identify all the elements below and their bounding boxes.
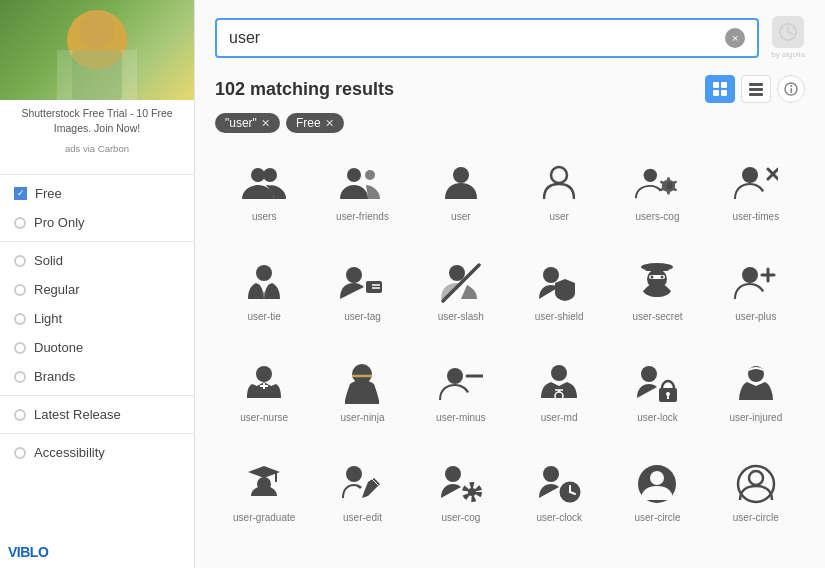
svg-point-21 (644, 169, 657, 182)
regular-radio[interactable] (14, 284, 26, 296)
filter-tag-user[interactable]: "user" ✕ (215, 113, 280, 133)
list-view-button[interactable] (741, 75, 771, 103)
sidebar-item-latest-release[interactable]: Latest Release (0, 400, 194, 429)
icon-user-tie[interactable]: user-tie (215, 247, 313, 347)
user-graduate-label: user-graduate (233, 512, 295, 524)
user-friends-label: user-friends (336, 211, 389, 223)
icon-user-graduate[interactable]: user-graduate (215, 448, 313, 548)
filter-tag-user-remove[interactable]: ✕ (261, 117, 270, 130)
svg-point-14 (790, 85, 792, 87)
user-md-icon (537, 362, 581, 406)
duotone-radio[interactable] (14, 342, 26, 354)
brands-label: Brands (34, 369, 75, 384)
svg-point-43 (742, 267, 758, 283)
filter-duotone[interactable]: Duotone (0, 333, 194, 362)
user-injured-icon (734, 362, 778, 406)
free-checkbox[interactable] (14, 187, 27, 200)
svg-point-57 (641, 366, 657, 382)
filter-light[interactable]: Light (0, 304, 194, 333)
user-tie-label: user-tie (247, 311, 280, 323)
info-button[interactable] (777, 75, 805, 103)
svg-point-24 (742, 167, 758, 183)
user-outline-label: user (549, 211, 568, 223)
user-edit-label: user-edit (343, 512, 382, 524)
icon-user-injured[interactable]: user-injured (707, 348, 805, 448)
algolia-badge: by algolia (771, 16, 805, 59)
filter-tag-free-remove[interactable]: ✕ (325, 117, 334, 130)
filter-regular[interactable]: Regular (0, 275, 194, 304)
icon-user-minus[interactable]: user-minus (412, 348, 510, 448)
icon-user-secret[interactable]: user-secret (608, 247, 706, 347)
filter-brands[interactable]: Brands (0, 362, 194, 391)
icon-users-cog[interactable]: users-cog (608, 147, 706, 247)
icon-user-lock[interactable]: user-lock (608, 348, 706, 448)
icon-user-nurse[interactable]: user-nurse (215, 348, 313, 448)
svg-rect-1 (72, 50, 122, 100)
light-radio[interactable] (14, 313, 26, 325)
accessibility-radio[interactable] (14, 447, 26, 459)
search-clear-button[interactable]: × (725, 28, 745, 48)
search-input[interactable] (229, 29, 717, 47)
icon-users[interactable]: users (215, 147, 313, 247)
brands-radio[interactable] (14, 371, 26, 383)
user-slash-icon (439, 261, 483, 305)
user-ninja-label: user-ninja (341, 412, 385, 424)
svg-rect-13 (791, 88, 793, 93)
user-minus-label: user-minus (436, 412, 485, 424)
advertisement[interactable]: Shutterstock Free Trial - 10 Free Images… (0, 0, 194, 162)
grid-view-button[interactable] (705, 75, 735, 103)
user-plus-icon (734, 261, 778, 305)
user-circle-icon (635, 462, 679, 506)
filter-free[interactable]: Free (0, 179, 194, 208)
ad-image (0, 0, 194, 100)
icon-user-circle[interactable]: user-circle (608, 448, 706, 548)
icon-user-times[interactable]: user-times (707, 147, 805, 247)
filter-pro-only[interactable]: Pro Only (0, 208, 194, 237)
icon-user-friends[interactable]: user-friends (313, 147, 411, 247)
filter-tag-free[interactable]: Free ✕ (286, 113, 344, 133)
user-tag-icon (340, 261, 384, 305)
sidebar-item-accessibility[interactable]: Accessibility (0, 438, 194, 467)
icon-user-edit[interactable]: user-edit (313, 448, 411, 548)
user-graduate-icon (242, 462, 286, 506)
svg-rect-5 (713, 82, 719, 88)
svg-point-42 (661, 276, 664, 279)
user-clock-icon (537, 462, 581, 506)
icon-user-tag[interactable]: user-tag (313, 247, 411, 347)
solid-radio[interactable] (14, 255, 26, 267)
main-content: × by algolia 102 matching results (195, 0, 825, 568)
icon-user-circle-2[interactable]: user-circle (707, 448, 805, 548)
user-nurse-icon (242, 362, 286, 406)
svg-point-51 (447, 368, 463, 384)
svg-point-41 (651, 276, 654, 279)
icon-user-clock[interactable]: user-clock (510, 448, 608, 548)
results-header: 102 matching results (195, 71, 825, 113)
icon-user-slash[interactable]: user-slash (412, 247, 510, 347)
pro-only-label: Pro Only (34, 215, 85, 230)
filter-solid[interactable]: Solid (0, 246, 194, 275)
viblo-logo: VIBLO (8, 544, 48, 560)
icon-user-cog[interactable]: user-cog (412, 448, 510, 548)
pro-only-radio[interactable] (14, 217, 26, 229)
user-times-label: user-times (732, 211, 779, 223)
users-cog-icon (635, 161, 679, 205)
sidebar: Shutterstock Free Trial - 10 Free Images… (0, 0, 195, 568)
user-cog-icon (439, 462, 483, 506)
icon-user-plus[interactable]: user-plus (707, 247, 805, 347)
icon-user-ninja[interactable]: user-ninja (313, 348, 411, 448)
user-shield-icon (537, 261, 581, 305)
user-shield-label: user-shield (535, 311, 584, 323)
icon-user-outline[interactable]: user (510, 147, 608, 247)
svg-rect-11 (749, 93, 763, 96)
icon-user-md[interactable]: user-md (510, 348, 608, 448)
user-icon (439, 161, 483, 205)
latest-release-radio[interactable] (14, 409, 26, 421)
icon-user-shield[interactable]: user-shield (510, 247, 608, 347)
filter-tag-user-text: "user" (225, 116, 257, 130)
svg-point-20 (551, 167, 567, 183)
sidebar-divider-3 (0, 395, 194, 396)
icons-grid: users user-friends user (195, 143, 825, 568)
svg-rect-7 (713, 90, 719, 96)
view-controls (705, 75, 805, 103)
icon-user[interactable]: user (412, 147, 510, 247)
